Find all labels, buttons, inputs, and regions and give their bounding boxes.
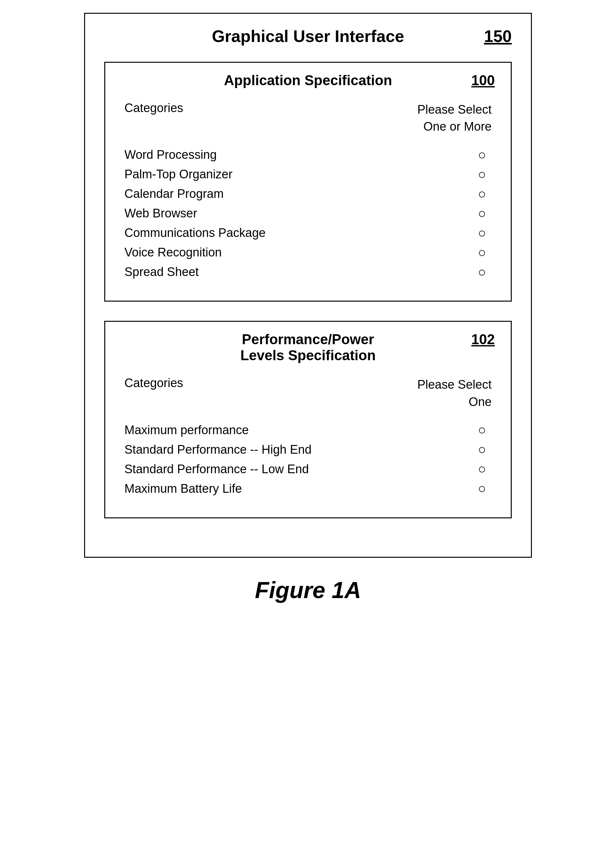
application-specification-panel: Application Specification 100 Categories… <box>104 62 512 302</box>
panel1-header: Application Specification 100 <box>121 72 495 88</box>
panel2-title-area: Performance/Power Levels Specification <box>153 331 463 363</box>
gui-title: Graphical User Interface <box>136 26 480 46</box>
option-label-standard-high-end: Standard Performance -- High End <box>125 443 311 456</box>
radio-maximum-performance[interactable]: ○ <box>472 423 491 437</box>
option-row-web-browser: Web Browser ○ <box>125 206 491 220</box>
panel1-title-area: Application Specification <box>153 72 463 88</box>
panel1-categories-label: Categories <box>125 101 183 115</box>
radio-standard-high-end[interactable]: ○ <box>472 443 491 456</box>
panel2-title: Performance/Power Levels Specification <box>153 331 463 363</box>
panel2-number: 102 <box>463 331 495 347</box>
panel2-categories-row: Categories Please SelectOne <box>121 376 495 410</box>
option-label-web-browser: Web Browser <box>125 206 197 220</box>
option-row-voice-recognition: Voice Recognition ○ <box>125 246 491 259</box>
option-label-spread-sheet: Spread Sheet <box>125 265 199 279</box>
option-row-palm-top-organizer: Palm-Top Organizer ○ <box>125 168 491 181</box>
performance-power-panel: Performance/Power Levels Specification 1… <box>104 321 512 518</box>
option-label-maximum-battery-life: Maximum Battery Life <box>125 482 242 496</box>
option-row-standard-low-end: Standard Performance -- Low End ○ <box>125 462 491 476</box>
panel2-categories-label: Categories <box>125 376 183 390</box>
option-label-calendar-program: Calendar Program <box>125 187 224 201</box>
option-row-word-processing: Word Processing ○ <box>125 148 491 162</box>
figure-caption: Figure 1A <box>255 577 361 603</box>
panel1-options-list: Word Processing ○ Palm-Top Organizer ○ C… <box>121 148 495 279</box>
option-label-standard-low-end: Standard Performance -- Low End <box>125 462 309 476</box>
option-row-maximum-performance: Maximum performance ○ <box>125 423 491 437</box>
radio-standard-low-end[interactable]: ○ <box>472 462 491 476</box>
panel1-title: Application Specification <box>153 72 463 88</box>
page-wrapper: Graphical User Interface 150 Application… <box>84 13 532 603</box>
gui-outer-box: Graphical User Interface 150 Application… <box>84 13 532 558</box>
option-row-standard-high-end: Standard Performance -- High End ○ <box>125 443 491 456</box>
radio-voice-recognition[interactable]: ○ <box>472 246 491 259</box>
radio-word-processing[interactable]: ○ <box>472 148 491 162</box>
option-label-voice-recognition: Voice Recognition <box>125 246 221 259</box>
option-label-palm-top-organizer: Palm-Top Organizer <box>125 168 233 181</box>
panel2-header: Performance/Power Levels Specification 1… <box>121 331 495 363</box>
panel2-please-select: Please SelectOne <box>417 376 491 410</box>
radio-communications-package[interactable]: ○ <box>472 227 491 240</box>
panel1-number: 100 <box>463 72 495 88</box>
radio-calendar-program[interactable]: ○ <box>472 187 491 201</box>
option-row-calendar-program: Calendar Program ○ <box>125 187 491 201</box>
gui-number: 150 <box>480 26 512 46</box>
option-label-maximum-performance: Maximum performance <box>125 423 249 437</box>
panel1-please-select: Please SelectOne or More <box>417 101 491 135</box>
option-label-communications-package: Communications Package <box>125 226 265 240</box>
option-row-spread-sheet: Spread Sheet ○ <box>125 265 491 279</box>
option-row-maximum-battery-life: Maximum Battery Life ○ <box>125 482 491 496</box>
radio-spread-sheet[interactable]: ○ <box>472 265 491 279</box>
radio-web-browser[interactable]: ○ <box>472 207 491 220</box>
radio-palm-top-organizer[interactable]: ○ <box>472 168 491 181</box>
panel2-options-list: Maximum performance ○ Standard Performan… <box>121 423 495 496</box>
panel1-categories-row: Categories Please SelectOne or More <box>121 101 495 135</box>
radio-maximum-battery-life[interactable]: ○ <box>472 482 491 495</box>
option-label-word-processing: Word Processing <box>125 148 217 162</box>
option-row-communications-package: Communications Package ○ <box>125 226 491 240</box>
gui-header: Graphical User Interface 150 <box>104 26 512 46</box>
